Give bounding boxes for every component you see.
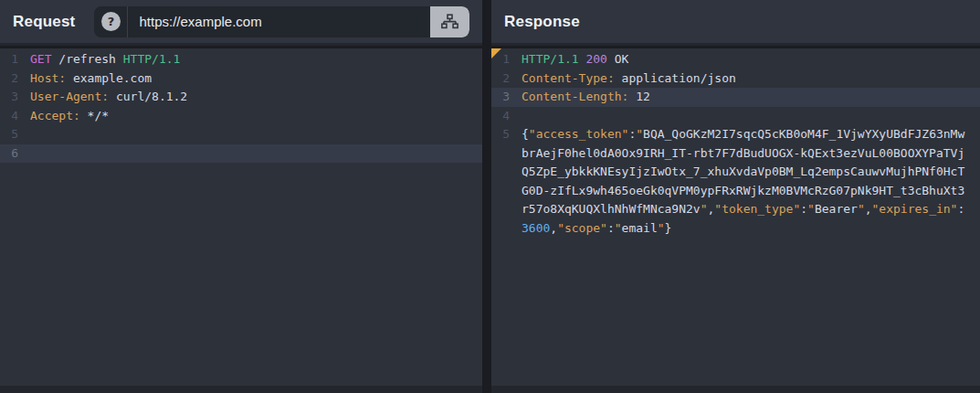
line-number xyxy=(491,219,510,239)
line-number xyxy=(491,182,510,201)
fold-marker-icon[interactable] xyxy=(491,48,501,58)
code-line[interactable]: brAejF0hel0dA0Ox9IRH_IT-rbt7F7dBudUOGX-k… xyxy=(491,144,980,164)
code-line[interactable]: 2Host: example.com xyxy=(0,69,482,89)
url-bar[interactable]: ? xyxy=(94,6,469,37)
code-text: brAejF0hel0dA0Ox9IRH_IT-rbt7F7dBudUOGX-k… xyxy=(510,144,964,164)
response-header: Response xyxy=(491,0,980,46)
code-line[interactable]: Q5ZpE_ybkkKNEsyIjzIwOtx_7_xhuXvdaVp0BM_L… xyxy=(491,163,980,182)
code-text xyxy=(18,125,30,144)
code-line[interactable]: 3User-Agent: curl/8.1.2 xyxy=(0,88,482,107)
code-text: Content-Type: application/json xyxy=(510,69,736,89)
proxy-structure-button[interactable] xyxy=(430,6,469,37)
code-text: GET /refresh HTTP/1.1 xyxy=(18,50,180,69)
line-number: 1 xyxy=(0,50,18,69)
response-panel: Response 1HTTP/1.1 200 OK2Content-Type: … xyxy=(491,0,980,393)
sitemap-icon xyxy=(441,14,458,29)
url-input[interactable] xyxy=(128,14,430,29)
code-text: Content-Length: 12 xyxy=(510,88,650,107)
code-line[interactable]: 5{"access_token":"BQA_QoGKzM2I7sqcQ5cKB0… xyxy=(491,125,980,144)
code-line[interactable]: 3600,"scope":"email"} xyxy=(491,219,980,239)
line-number xyxy=(491,200,510,219)
line-number: 3 xyxy=(491,88,510,107)
code-text: 3600,"scope":"email"} xyxy=(510,219,671,239)
code-line[interactable]: 2Content-Type: application/json xyxy=(491,69,980,89)
line-number: 5 xyxy=(491,125,510,144)
code-line[interactable]: 4Accept: */* xyxy=(0,107,482,126)
line-number: 3 xyxy=(0,88,18,107)
code-line[interactable]: 4 xyxy=(491,107,980,126)
code-text: r57o8XqKUQXlhNhWfMNca9N2v","token_type":… xyxy=(510,200,964,219)
code-text: Accept: */* xyxy=(18,107,109,126)
line-number: 5 xyxy=(0,125,18,144)
code-line[interactable]: 5 xyxy=(0,125,482,144)
code-text xyxy=(510,107,522,126)
code-text: User-Agent: curl/8.1.2 xyxy=(18,88,187,107)
line-number: 4 xyxy=(0,107,18,126)
request-editor[interactable]: 1GET /refresh HTTP/1.12Host: example.com… xyxy=(0,48,482,393)
line-number xyxy=(491,144,510,164)
code-line[interactable]: 6 xyxy=(0,144,482,164)
line-number: 2 xyxy=(491,69,510,89)
code-line[interactable]: 1GET /refresh HTTP/1.1 xyxy=(0,50,482,69)
response-title: Response xyxy=(504,13,580,31)
code-text: {"access_token":"BQA_QoGKzM2I7sqcQ5cKB0o… xyxy=(510,125,964,144)
request-title: Request xyxy=(13,13,75,31)
code-text: G0D-zIfLx9wh465oeGk0qVPM0ypFRxRWjkzM0BVM… xyxy=(510,182,964,201)
request-horizontal-scrollbar[interactable] xyxy=(0,386,482,393)
help-button[interactable]: ? xyxy=(94,6,128,37)
question-mark-icon: ? xyxy=(101,12,121,31)
request-panel: Request ? 1GET /refresh HTTP/1.12Host: e… xyxy=(0,0,482,393)
code-line[interactable]: 3Content-Length: 12 xyxy=(491,88,980,107)
line-number: 6 xyxy=(0,144,18,164)
response-editor[interactable]: 1HTTP/1.1 200 OK2Content-Type: applicati… xyxy=(491,48,980,393)
code-line[interactable]: r57o8XqKUQXlhNhWfMNca9N2v","token_type":… xyxy=(491,200,980,219)
line-number: 2 xyxy=(0,69,18,89)
code-line[interactable]: 1HTTP/1.1 200 OK xyxy=(491,50,980,69)
request-header: Request ? xyxy=(0,0,482,46)
code-text: Q5ZpE_ybkkKNEsyIjzIwOtx_7_xhuXvdaVp0BM_L… xyxy=(510,163,964,182)
line-number: 4 xyxy=(491,107,510,126)
code-text: Host: example.com xyxy=(18,69,152,89)
response-horizontal-scrollbar[interactable] xyxy=(491,386,980,393)
line-number xyxy=(491,163,510,182)
code-line[interactable]: G0D-zIfLx9wh465oeGk0qVPM0ypFRxRWjkzM0BVM… xyxy=(491,182,980,201)
code-text xyxy=(18,144,30,164)
code-text: HTTP/1.1 200 OK xyxy=(510,50,628,69)
